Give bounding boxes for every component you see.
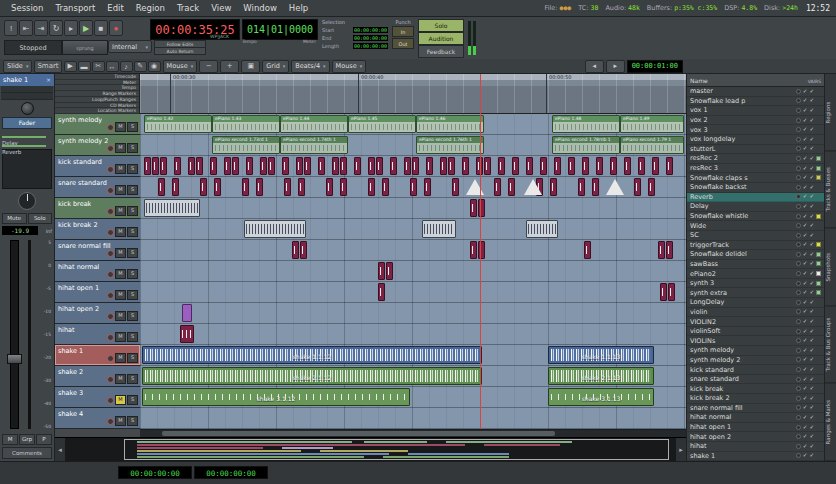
- audio-region[interactable]: [158, 178, 165, 196]
- comments-button[interactable]: Comments: [2, 447, 52, 459]
- arrangement-canvas[interactable]: ePiano 1.42ePiano 1.43ePiano 1.44ePiano …: [140, 114, 686, 429]
- audio-region[interactable]: [424, 178, 431, 196]
- audio-region[interactable]: [292, 241, 299, 259]
- route-rec-dot[interactable]: [796, 281, 801, 286]
- route-rec-dot[interactable]: [796, 396, 801, 401]
- audio-region[interactable]: ePiano second 1.78rnb 1: [552, 136, 620, 154]
- audio-region[interactable]: ePiano 1.44: [280, 115, 348, 133]
- audio-region[interactable]: [638, 157, 645, 175]
- audio-region[interactable]: [232, 157, 239, 175]
- go-end-button[interactable]: ⇥: [34, 20, 48, 36]
- route-delay[interactable]: Delay✓✓: [687, 202, 824, 212]
- route-visible-check[interactable]: ✓: [803, 118, 808, 123]
- audio-region[interactable]: shake 1.1.13: [548, 346, 654, 364]
- track-header-hihat-normal[interactable]: hihat normalMS: [55, 261, 140, 282]
- route-rec-dot[interactable]: [796, 309, 801, 314]
- scrollbar-thumb[interactable]: [162, 431, 555, 436]
- record-arm-button[interactable]: [107, 145, 114, 152]
- route-resrec-2[interactable]: resRec 2✓✓: [687, 154, 824, 164]
- audio-region[interactable]: shake 1.1.12: [142, 346, 482, 364]
- audio-region[interactable]: [172, 178, 179, 196]
- mixer-input-row[interactable]: [1, 93, 53, 100]
- loop-button[interactable]: ↻: [49, 20, 63, 36]
- track-solo-button[interactable]: S: [127, 416, 138, 426]
- fader-processor-entry[interactable]: Fader: [2, 117, 52, 129]
- nudge-clock[interactable]: 00:00:01:00: [627, 60, 683, 73]
- audio-region[interactable]: [498, 157, 505, 175]
- track-mute-button[interactable]: M: [115, 311, 126, 321]
- route-visible-check[interactable]: ✓: [803, 214, 808, 219]
- track-header-shake-3[interactable]: shake 3MS: [55, 387, 140, 408]
- track-mute-button[interactable]: M: [115, 290, 126, 300]
- route-visible-check[interactable]: ✓: [803, 357, 808, 362]
- route-visible-check[interactable]: ✓: [803, 271, 808, 276]
- audio-region[interactable]: [526, 157, 533, 175]
- punch-out-button[interactable]: Out: [392, 38, 414, 49]
- punch-in-button[interactable]: In: [392, 26, 414, 37]
- side-tab-snapshots[interactable]: Snapshots: [825, 229, 836, 306]
- solo-button[interactable]: Solo: [28, 213, 53, 224]
- audio-region[interactable]: [426, 157, 433, 175]
- audio-region[interactable]: ePiano 1.49: [620, 115, 684, 133]
- processor-box[interactable]: [2, 149, 52, 189]
- route-stutterl[interactable]: stutterL✓✓: [687, 145, 824, 155]
- route-rec-dot[interactable]: [796, 204, 801, 209]
- route-rec-dot[interactable]: [796, 300, 801, 305]
- track-solo-button[interactable]: S: [127, 395, 138, 405]
- route-visible-check[interactable]: ✓: [803, 281, 808, 286]
- route-visible-check[interactable]: ✓: [803, 444, 808, 449]
- audio-region[interactable]: [210, 157, 217, 175]
- route-active-check[interactable]: ✓: [809, 261, 814, 266]
- audio-region[interactable]: [610, 157, 617, 175]
- audio-region[interactable]: [668, 283, 675, 301]
- audio-region[interactable]: [550, 178, 557, 196]
- route-active-check[interactable]: ✓: [809, 233, 814, 238]
- play-selection-button[interactable]: ▸: [64, 20, 78, 36]
- audio-region[interactable]: [368, 178, 375, 196]
- smart-mode-toggle[interactable]: Smart: [34, 60, 61, 73]
- route-visible-check[interactable]: ✓: [803, 98, 808, 103]
- route-visible-check[interactable]: ✓: [803, 252, 808, 257]
- audio-region[interactable]: shake 2.1.13: [548, 367, 654, 385]
- route-master[interactable]: master✓✓: [687, 87, 824, 97]
- audio-region[interactable]: [526, 220, 558, 238]
- track-mute-button[interactable]: M: [115, 185, 126, 195]
- route-active-check[interactable]: ✓: [809, 444, 814, 449]
- audition-button[interactable]: Audition: [418, 32, 464, 45]
- audio-region[interactable]: [326, 178, 333, 196]
- route-rec-dot[interactable]: [796, 338, 801, 343]
- route-visible-check[interactable]: ✓: [803, 367, 808, 372]
- audio-region[interactable]: [470, 241, 477, 259]
- route-visible-check[interactable]: ✓: [803, 261, 808, 266]
- record-arm-button[interactable]: [107, 124, 114, 131]
- audio-region[interactable]: [578, 178, 585, 196]
- route-rec-dot[interactable]: [796, 242, 801, 247]
- track-header-synth-melody[interactable]: synth melodyMS: [55, 114, 140, 135]
- audio-region[interactable]: [354, 157, 361, 175]
- audio-region[interactable]: [624, 157, 631, 175]
- route-visible-check[interactable]: ✓: [803, 146, 808, 151]
- route-rec-dot[interactable]: [796, 89, 801, 94]
- audio-region[interactable]: [182, 304, 192, 322]
- audio-region[interactable]: [462, 157, 469, 175]
- audio-region[interactable]: [268, 157, 275, 175]
- route-visible-check[interactable]: ✓: [803, 204, 808, 209]
- audio-region[interactable]: [634, 178, 641, 196]
- menu-region[interactable]: Region: [131, 2, 170, 14]
- route-visible-check[interactable]: ✓: [803, 223, 808, 228]
- audio-region[interactable]: ePiano second 1.73rd 1: [212, 136, 280, 154]
- audio-region[interactable]: [652, 157, 659, 175]
- audio-region[interactable]: [144, 157, 151, 175]
- route-active-check[interactable]: ✓: [809, 223, 814, 228]
- grid-mode-dropdown[interactable]: Grid ▾: [262, 60, 289, 73]
- route-rec-dot[interactable]: [796, 233, 801, 238]
- audio-region[interactable]: [368, 157, 375, 175]
- track-solo-button[interactable]: S: [127, 374, 138, 384]
- menu-edit[interactable]: Edit: [102, 2, 128, 14]
- track-header-hihat-open-2[interactable]: hihat open 2MS: [55, 303, 140, 324]
- track-solo-button[interactable]: S: [127, 185, 138, 195]
- route-active-check[interactable]: ✓: [809, 338, 814, 343]
- route-active-check[interactable]: ✓: [809, 348, 814, 353]
- audio-region[interactable]: [284, 178, 291, 196]
- record-arm-button[interactable]: [107, 355, 114, 362]
